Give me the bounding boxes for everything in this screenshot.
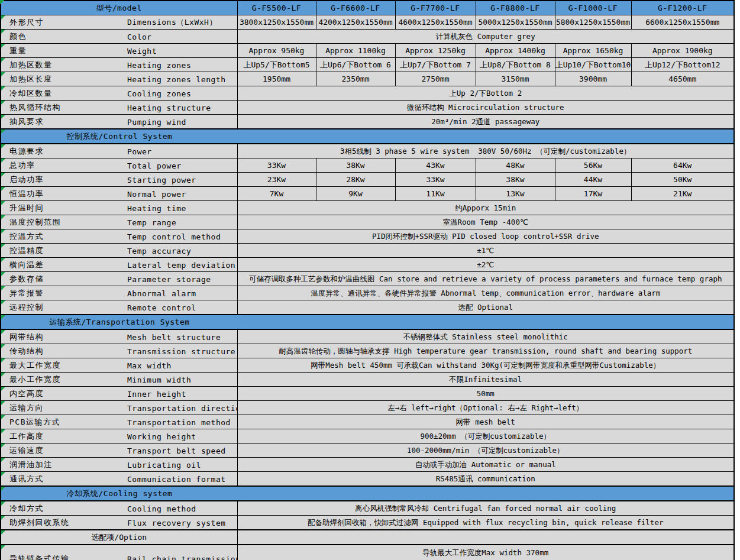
spec-value: 9Kw xyxy=(348,189,362,198)
model-name: G-F5500-LF xyxy=(252,4,301,12)
spec-value-cell: 上Up12/下Bottom12 xyxy=(631,58,734,72)
error-indicator-icon xyxy=(1,344,5,348)
spec-value: 不限Infinitesimal xyxy=(449,375,522,384)
spec-value: RS485通讯 communication xyxy=(436,474,535,483)
error-indicator-icon xyxy=(1,300,5,305)
row-label-cell: 运输方向Transportation direction xyxy=(1,401,237,415)
spec-value-cell: Approx 1400kg xyxy=(476,44,555,58)
row-label-cell: 恒温功率Normal power xyxy=(1,187,237,201)
row-label-en: Max width xyxy=(127,361,172,370)
row-label-cell: 颜色Color xyxy=(1,30,237,44)
spec-value-merged-cell: 约Apporx 15min xyxy=(237,201,734,215)
spec-value-merged-cell: 不锈钢整体式 Stainless steel monolithic xyxy=(237,329,734,344)
table-row: 升温时间Heating time约Apporx 15min xyxy=(1,201,734,215)
row-label-en: Temp control method xyxy=(127,232,221,241)
section-header-row: 控制系统/Control System xyxy=(1,129,734,144)
spec-value: 左→右 left→right（Optional: 右→左 Right→left） xyxy=(387,403,583,412)
spec-value-cell: 5800x1250x1550mm xyxy=(555,15,631,30)
spec-value-cell: 4200x1250x1550mm xyxy=(316,15,395,30)
row-label-cell: 电源要求Power xyxy=(1,144,237,158)
spec-value: 可储存调取多种工艺参数和炉温曲线图 Can store and retrieve… xyxy=(249,274,722,283)
spec-value-merged-cell: 上Up 2/下Bottom 2 xyxy=(237,86,734,101)
spec-value: 约Apporx 15min xyxy=(455,203,516,212)
row-label-cell: 温度控制范围Temp range xyxy=(1,215,237,229)
error-indicator-icon xyxy=(1,244,5,248)
table-row: 工作高度Working height900±20mm （可定制customiza… xyxy=(1,429,734,444)
row-label-cell: 传动结构Transmission structure xyxy=(1,344,237,358)
error-indicator-icon xyxy=(1,72,5,76)
row-label-zh: 横向温差 xyxy=(9,260,44,269)
row-label-zh: 控温精度 xyxy=(9,246,44,255)
error-indicator-icon xyxy=(1,516,5,520)
spec-table: 型号/modelG-F5500-LFG-F6600-LFG-F7700-LFG-… xyxy=(0,0,735,560)
error-indicator-icon xyxy=(1,30,5,34)
row-label-cell: 润滑油加注Lubricating oil xyxy=(1,458,237,472)
model-name-cell: G-F5500-LF xyxy=(237,1,316,15)
row-label-zh: 运输速度 xyxy=(9,446,44,455)
row-label-en: Temp range xyxy=(127,218,176,226)
spec-value: Approx 950kg xyxy=(249,46,305,55)
spec-value: ±2℃ xyxy=(477,260,494,269)
spec-value: 选配 Optional xyxy=(458,303,513,312)
spec-value: 4600x1250x1550mm xyxy=(398,18,472,27)
spec-value: 6600x1250x1550mm xyxy=(645,18,719,27)
table-row: 热风循环结构Heating structure微循环结构 Microcircul… xyxy=(1,101,734,115)
model-name: G-F7700-LF xyxy=(411,4,460,12)
row-label-zh: 加热区长度 xyxy=(9,75,53,83)
error-indicator-icon xyxy=(1,472,5,476)
table-row: 助焊剂回收系统Flux recovery system配备助焊剂回收箱，快卸式过… xyxy=(1,516,734,530)
table-row: 加热区数量Heating zones上Up5/下Bottom5上Up6/下Bot… xyxy=(1,58,734,72)
spec-value: Approx 1400kg xyxy=(485,46,545,55)
section-header: 冷却系统/Cooling system xyxy=(1,488,238,499)
option-header-label: 选配项/Option xyxy=(91,533,147,542)
spec-value-merged-cell: 自动或手动加油 Automatic or manual xyxy=(237,458,734,472)
table-row: 运输速度Transport belt speed100-2000mm/min （… xyxy=(1,444,734,458)
spec-value: 导轨最大工作宽度Max width 370mm 导轨最小工作宽度Minimum … xyxy=(416,548,555,560)
row-label-en: Heating zones xyxy=(127,60,191,69)
section-header: 运输系统/Transportation System xyxy=(1,317,238,328)
spec-value-merged-cell: 可储存调取多种工艺参数和炉温曲线图 Can store and retrieve… xyxy=(237,272,734,286)
spec-value: 2750mm xyxy=(422,75,450,83)
section-header: 控制系统/Control System xyxy=(1,131,238,142)
row-label-zh: 升温时间 xyxy=(9,203,44,212)
row-label-zh: 温度控制范围 xyxy=(9,218,61,226)
spec-value: 100-2000mm/min （可定制customizable） xyxy=(407,446,564,455)
row-label-zh: PCB运输方式 xyxy=(9,417,60,426)
row-label-en: Mesh belt structure xyxy=(127,332,221,341)
model-name-cell: G-F7700-LF xyxy=(395,1,476,15)
spec-value: 64Kw xyxy=(673,161,691,170)
spec-value: 网带Mesh belt 450mm 可承载Can withstand 30Kg(… xyxy=(311,361,660,370)
error-indicator-icon xyxy=(1,330,5,334)
row-label-cell: 导轨链条式传输Rail chain transmission xyxy=(1,545,237,560)
spec-value: 44Kw xyxy=(584,175,602,184)
spec-value-cell: 7Kw xyxy=(237,187,316,201)
row-label-zh: 通讯方式 xyxy=(9,474,44,483)
spec-value: 离心风机强制常风冷却 Centrifugal fan forced normal… xyxy=(355,504,616,513)
spec-value-merged-cell: 3相5线制 3 phase 5 wire system 380V 50/60Hz… xyxy=(237,144,734,158)
spec-value: 50mm xyxy=(477,389,495,398)
spec-value-cell: 4650mm xyxy=(631,72,734,86)
row-label-cell: 工作高度Working height xyxy=(1,429,237,444)
spec-value: PID闭环控制+SSR驱动 PID closed loop control+SS… xyxy=(372,232,599,241)
error-indicator-icon xyxy=(1,187,5,191)
table-row: 冷却方式Cooling method离心风机强制常风冷却 Centrifugal… xyxy=(1,501,734,516)
section-header-label: 冷却系统/Cooling system xyxy=(67,489,173,498)
error-indicator-icon xyxy=(1,215,5,219)
spec-value: ±1℃ xyxy=(477,246,494,255)
row-label-cell: 冷却区数量Cooling zones xyxy=(1,86,237,101)
spec-value-cell: 17Kw xyxy=(555,187,631,201)
row-label-zh: 启动功率 xyxy=(9,175,44,184)
spec-value: 2350mm xyxy=(342,75,370,83)
spec-value: 3900mm xyxy=(579,75,607,83)
row-label-cell: 横向温差Lateral temp deviation xyxy=(1,258,237,272)
row-label-cell: 重量Weight xyxy=(1,44,237,58)
spec-value-cell: 33Kw xyxy=(237,158,316,173)
spec-value: 上Up10/下Bottom10 xyxy=(555,60,631,69)
row-label-zh: 恒温功率 xyxy=(9,189,44,198)
table-row: 恒温功率Normal power7Kw9Kw11Kw13Kw17Kw21Kw xyxy=(1,187,734,201)
row-label-en: Flux recovery system xyxy=(127,518,226,527)
spec-value-merged-cell: 温度异常、通讯异常、各硬件异常报警 Abnormal temp、communic… xyxy=(237,286,734,300)
row-label-zh: 电源要求 xyxy=(9,147,44,156)
spec-value-cell: 44Kw xyxy=(555,173,631,187)
row-label-en: Parameter storage xyxy=(127,274,211,283)
